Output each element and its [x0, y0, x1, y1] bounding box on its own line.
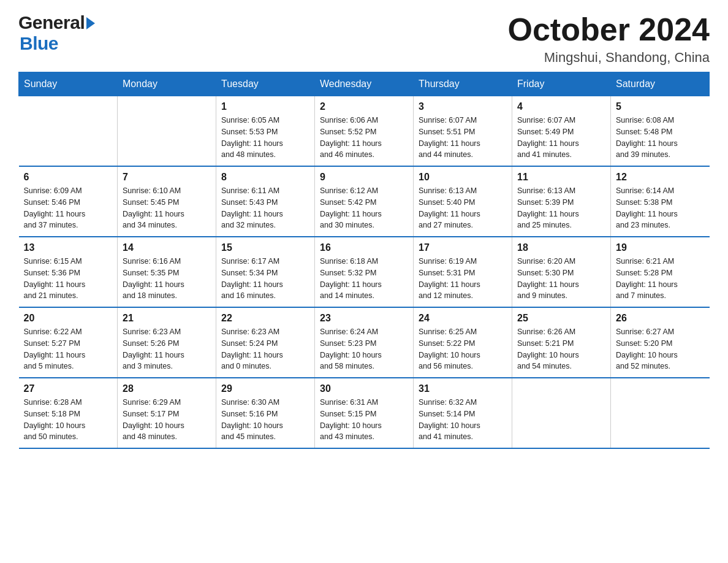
day-info: Sunrise: 6:27 AM Sunset: 5:20 PM Dayligh… [616, 326, 705, 372]
calendar-cell: 16Sunrise: 6:18 AM Sunset: 5:32 PM Dayli… [315, 237, 414, 307]
calendar-cell: 10Sunrise: 6:13 AM Sunset: 5:40 PM Dayli… [414, 166, 512, 237]
day-info: Sunrise: 6:13 AM Sunset: 5:39 PM Dayligh… [517, 185, 605, 231]
calendar-cell: 27Sunrise: 6:28 AM Sunset: 5:18 PM Dayli… [19, 378, 118, 448]
month-title: October 2024 [508, 12, 710, 47]
day-info: Sunrise: 6:06 AM Sunset: 5:52 PM Dayligh… [320, 115, 408, 161]
calendar-cell: 8Sunrise: 6:11 AM Sunset: 5:43 PM Daylig… [216, 166, 315, 237]
calendar-body: 1Sunrise: 6:05 AM Sunset: 5:53 PM Daylig… [19, 96, 710, 449]
day-number: 9 [320, 172, 408, 183]
day-info: Sunrise: 6:05 AM Sunset: 5:53 PM Dayligh… [221, 115, 309, 161]
day-info: Sunrise: 6:08 AM Sunset: 5:48 PM Dayligh… [616, 115, 705, 161]
day-number: 26 [616, 313, 705, 324]
calendar-cell: 9Sunrise: 6:12 AM Sunset: 5:42 PM Daylig… [315, 166, 414, 237]
calendar-week-row: 1Sunrise: 6:05 AM Sunset: 5:53 PM Daylig… [19, 96, 710, 167]
calendar-cell: 24Sunrise: 6:25 AM Sunset: 5:22 PM Dayli… [414, 307, 512, 378]
calendar-header: SundayMondayTuesdayWednesdayThursdayFrid… [19, 72, 710, 96]
calendar-cell: 1Sunrise: 6:05 AM Sunset: 5:53 PM Daylig… [216, 96, 315, 167]
day-of-week-header: Saturday [611, 72, 710, 96]
day-info: Sunrise: 6:28 AM Sunset: 5:18 PM Dayligh… [24, 397, 113, 443]
calendar-cell: 26Sunrise: 6:27 AM Sunset: 5:20 PM Dayli… [611, 307, 710, 378]
day-info: Sunrise: 6:20 AM Sunset: 5:30 PM Dayligh… [517, 256, 605, 302]
day-number: 30 [320, 383, 408, 394]
calendar-cell: 28Sunrise: 6:29 AM Sunset: 5:17 PM Dayli… [118, 378, 216, 448]
day-number: 17 [419, 242, 507, 253]
logo-general-text: General [18, 12, 85, 33]
calendar-week-row: 20Sunrise: 6:22 AM Sunset: 5:27 PM Dayli… [19, 307, 710, 378]
day-number: 8 [221, 172, 309, 183]
calendar-cell: 17Sunrise: 6:19 AM Sunset: 5:31 PM Dayli… [414, 237, 512, 307]
day-info: Sunrise: 6:23 AM Sunset: 5:26 PM Dayligh… [123, 326, 211, 372]
calendar-cell: 2Sunrise: 6:06 AM Sunset: 5:52 PM Daylig… [315, 96, 414, 167]
day-number: 27 [24, 383, 113, 394]
calendar-cell: 25Sunrise: 6:26 AM Sunset: 5:21 PM Dayli… [512, 307, 611, 378]
day-number: 29 [221, 383, 309, 394]
day-info: Sunrise: 6:17 AM Sunset: 5:34 PM Dayligh… [221, 256, 309, 302]
day-info: Sunrise: 6:19 AM Sunset: 5:31 PM Dayligh… [419, 256, 507, 302]
calendar-cell: 11Sunrise: 6:13 AM Sunset: 5:39 PM Dayli… [512, 166, 611, 237]
page-header: General Blue October 2024 Mingshui, Shan… [18, 12, 710, 66]
calendar-cell: 19Sunrise: 6:21 AM Sunset: 5:28 PM Dayli… [611, 237, 710, 307]
day-number: 12 [616, 172, 705, 183]
calendar-cell: 12Sunrise: 6:14 AM Sunset: 5:38 PM Dayli… [611, 166, 710, 237]
day-number: 24 [419, 313, 507, 324]
calendar-week-row: 27Sunrise: 6:28 AM Sunset: 5:18 PM Dayli… [19, 378, 710, 448]
location-subtitle: Mingshui, Shandong, China [508, 50, 710, 66]
calendar-cell [118, 96, 216, 167]
day-info: Sunrise: 6:07 AM Sunset: 5:51 PM Dayligh… [419, 115, 507, 161]
calendar-cell: 18Sunrise: 6:20 AM Sunset: 5:30 PM Dayli… [512, 237, 611, 307]
day-of-week-header: Tuesday [216, 72, 315, 96]
calendar-cell: 20Sunrise: 6:22 AM Sunset: 5:27 PM Dayli… [19, 307, 118, 378]
calendar-cell: 21Sunrise: 6:23 AM Sunset: 5:26 PM Dayli… [118, 307, 216, 378]
day-info: Sunrise: 6:24 AM Sunset: 5:23 PM Dayligh… [320, 326, 408, 372]
day-info: Sunrise: 6:14 AM Sunset: 5:38 PM Dayligh… [616, 185, 705, 231]
day-of-week-header: Monday [118, 72, 216, 96]
calendar-cell: 22Sunrise: 6:23 AM Sunset: 5:24 PM Dayli… [216, 307, 315, 378]
title-block: October 2024 Mingshui, Shandong, China [508, 12, 710, 66]
calendar-table: SundayMondayTuesdayWednesdayThursdayFrid… [18, 72, 710, 449]
day-info: Sunrise: 6:22 AM Sunset: 5:27 PM Dayligh… [24, 326, 113, 372]
day-number: 16 [320, 242, 408, 253]
day-number: 11 [517, 172, 605, 183]
calendar-cell [19, 96, 118, 167]
calendar-cell: 23Sunrise: 6:24 AM Sunset: 5:23 PM Dayli… [315, 307, 414, 378]
calendar-cell: 6Sunrise: 6:09 AM Sunset: 5:46 PM Daylig… [19, 166, 118, 237]
day-info: Sunrise: 6:12 AM Sunset: 5:42 PM Dayligh… [320, 185, 408, 231]
day-info: Sunrise: 6:13 AM Sunset: 5:40 PM Dayligh… [419, 185, 507, 231]
day-info: Sunrise: 6:21 AM Sunset: 5:28 PM Dayligh… [616, 256, 705, 302]
calendar-cell: 15Sunrise: 6:17 AM Sunset: 5:34 PM Dayli… [216, 237, 315, 307]
day-info: Sunrise: 6:30 AM Sunset: 5:16 PM Dayligh… [221, 397, 309, 443]
calendar-week-row: 13Sunrise: 6:15 AM Sunset: 5:36 PM Dayli… [19, 237, 710, 307]
day-info: Sunrise: 6:07 AM Sunset: 5:49 PM Dayligh… [517, 115, 605, 161]
day-number: 14 [123, 242, 211, 253]
calendar-cell: 14Sunrise: 6:16 AM Sunset: 5:35 PM Dayli… [118, 237, 216, 307]
day-number: 23 [320, 313, 408, 324]
calendar-cell: 30Sunrise: 6:31 AM Sunset: 5:15 PM Dayli… [315, 378, 414, 448]
day-number: 7 [123, 172, 211, 183]
day-of-week-header: Sunday [19, 72, 118, 96]
logo-blue-text: Blue [20, 33, 58, 54]
calendar-cell: 5Sunrise: 6:08 AM Sunset: 5:48 PM Daylig… [611, 96, 710, 167]
calendar-cell: 4Sunrise: 6:07 AM Sunset: 5:49 PM Daylig… [512, 96, 611, 167]
logo-arrow-icon [86, 17, 95, 29]
day-info: Sunrise: 6:18 AM Sunset: 5:32 PM Dayligh… [320, 256, 408, 302]
day-info: Sunrise: 6:10 AM Sunset: 5:45 PM Dayligh… [123, 185, 211, 231]
day-number: 5 [616, 101, 705, 112]
calendar-cell: 13Sunrise: 6:15 AM Sunset: 5:36 PM Dayli… [19, 237, 118, 307]
day-info: Sunrise: 6:09 AM Sunset: 5:46 PM Dayligh… [24, 185, 113, 231]
day-number: 18 [517, 242, 605, 253]
day-number: 28 [123, 383, 211, 394]
day-number: 15 [221, 242, 309, 253]
day-info: Sunrise: 6:31 AM Sunset: 5:15 PM Dayligh… [320, 397, 408, 443]
day-number: 4 [517, 101, 605, 112]
day-info: Sunrise: 6:23 AM Sunset: 5:24 PM Dayligh… [221, 326, 309, 372]
day-of-week-header: Friday [512, 72, 611, 96]
day-number: 31 [419, 383, 507, 394]
day-number: 1 [221, 101, 309, 112]
day-number: 20 [24, 313, 113, 324]
day-info: Sunrise: 6:26 AM Sunset: 5:21 PM Dayligh… [517, 326, 605, 372]
calendar-week-row: 6Sunrise: 6:09 AM Sunset: 5:46 PM Daylig… [19, 166, 710, 237]
calendar-cell: 31Sunrise: 6:32 AM Sunset: 5:14 PM Dayli… [414, 378, 512, 448]
day-number: 3 [419, 101, 507, 112]
day-info: Sunrise: 6:25 AM Sunset: 5:22 PM Dayligh… [419, 326, 507, 372]
day-number: 22 [221, 313, 309, 324]
